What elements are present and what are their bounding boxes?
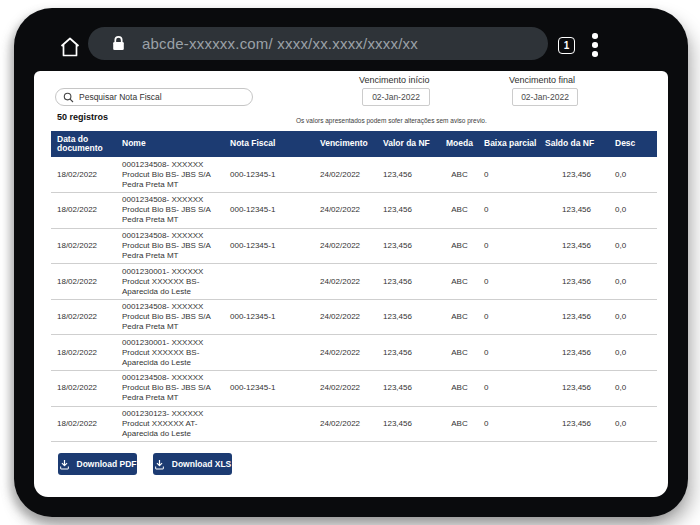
table-row: 18/02/20220001234508- XXXXXX Prodcut Bio… (51, 228, 657, 264)
date-start-value: 02-Jan-2022 (372, 92, 420, 102)
cell-data-documento: 18/02/2022 (51, 299, 122, 335)
cell-moeda: ABC (437, 371, 482, 407)
cell-saldo-nf: 123,456 (545, 406, 600, 442)
cell-nota-fiscal (230, 406, 315, 442)
cell-valor-nf: 123,456 (382, 157, 437, 193)
date-start-input[interactable]: 02-Jan-2022 (362, 88, 430, 106)
download-pdf-label: Download PDF (77, 459, 137, 469)
col-nota-fiscal: Nota Fiscal (230, 131, 315, 157)
cell-data-documento: 18/02/2022 (51, 335, 122, 371)
download-icon (154, 459, 165, 470)
cell-baixa-parcial: 0 (482, 228, 545, 264)
download-pdf-button[interactable]: Download PDF (58, 453, 137, 475)
col-moeda: Moeda (437, 131, 482, 157)
home-icon (58, 35, 82, 59)
cell-baixa-parcial: 0 (482, 335, 545, 371)
cell-valor-nf: 123,456 (382, 193, 437, 229)
cell-vencimento: 24/02/2022 (315, 157, 382, 193)
cell-desc: 0,0 (600, 406, 657, 442)
url-bar[interactable]: abcde-xxxxxx.com/ xxxx/xx.xxxx/xxxx/xx (88, 27, 548, 60)
col-desc: Desc (600, 131, 657, 157)
cell-desc: 0,0 (600, 264, 657, 300)
table-row: 18/02/20220001230001- XXXXXX Prodcut XXX… (51, 335, 657, 371)
table-row: 18/02/20220001234508- XXXXXX Prodcut Bio… (51, 193, 657, 229)
cell-saldo-nf: 123,456 (545, 335, 600, 371)
cell-data-documento: 18/02/2022 (51, 193, 122, 229)
cell-saldo-nf: 123,456 (545, 299, 600, 335)
cell-nome: 0001234508- XXXXXX Prodcut Bio BS- JBS S… (122, 371, 230, 407)
cell-desc: 0,0 (600, 371, 657, 407)
url-text: abcde-xxxxxx.com/ xxxx/xx.xxxx/xxxx/xx (142, 35, 418, 52)
cell-data-documento: 18/02/2022 (51, 406, 122, 442)
cell-saldo-nf: 123,456 (545, 193, 600, 229)
cell-saldo-nf: 123,456 (545, 228, 600, 264)
cell-valor-nf: 123,456 (382, 264, 437, 300)
col-data-documento: Data do documento (51, 131, 122, 157)
cell-nome: 0001234508- XXXXXX Prodcut Bio BS- JBS S… (122, 299, 230, 335)
record-count: 50 registros (57, 112, 108, 122)
col-vencimento: Vencimento (315, 131, 382, 157)
search-input[interactable]: Pesquisar Nota Fiscal (55, 88, 253, 106)
invoice-table-container: Data do documento Nome Nota Fiscal Venci… (51, 131, 657, 442)
cell-desc: 0,0 (600, 193, 657, 229)
home-button[interactable] (58, 35, 82, 59)
tablet-frame: abcde-xxxxxx.com/ xxxx/xx.xxxx/xxxx/xx 1… (14, 8, 688, 517)
kebab-menu-icon (592, 42, 598, 48)
cell-nota-fiscal: 000-12345-1 (230, 371, 315, 407)
cell-moeda: ABC (437, 157, 482, 193)
cell-vencimento: 24/02/2022 (315, 335, 382, 371)
date-start-label: Vencimento início (359, 75, 430, 85)
date-end-value: 02-Jan-2022 (521, 92, 569, 102)
cell-data-documento: 18/02/2022 (51, 264, 122, 300)
cell-nota-fiscal: 000-12345-1 (230, 193, 315, 229)
table-row: 18/02/20220001234508- XXXXXX Prodcut Bio… (51, 371, 657, 407)
cell-nome: 0001234508- XXXXXX Prodcut Bio BS- JBS S… (122, 228, 230, 264)
table-row: 18/02/20220001230001- XXXXXX Prodcut XXX… (51, 264, 657, 300)
date-end-label: Vencimento final (509, 75, 575, 85)
cell-baixa-parcial: 0 (482, 157, 545, 193)
cell-nota-fiscal (230, 335, 315, 371)
cell-vencimento: 24/02/2022 (315, 228, 382, 264)
cell-desc: 0,0 (600, 228, 657, 264)
cell-valor-nf: 123,456 (382, 371, 437, 407)
cell-valor-nf: 123,456 (382, 299, 437, 335)
invoice-table: Data do documento Nome Nota Fiscal Venci… (51, 131, 657, 442)
col-valor-nf: Valor da NF (382, 131, 437, 157)
col-nome: Nome (122, 131, 230, 157)
cell-vencimento: 24/02/2022 (315, 371, 382, 407)
cell-saldo-nf: 123,456 (545, 157, 600, 193)
cell-baixa-parcial: 0 (482, 193, 545, 229)
cell-desc: 0,0 (600, 299, 657, 335)
download-xls-button[interactable]: Download XLS (153, 453, 232, 475)
cell-nota-fiscal (230, 264, 315, 300)
date-end-input[interactable]: 02-Jan-2022 (512, 88, 578, 106)
kebab-menu-icon (592, 51, 598, 57)
cell-moeda: ABC (437, 299, 482, 335)
tab-count-label: 1 (564, 40, 570, 51)
cell-saldo-nf: 123,456 (545, 264, 600, 300)
cell-nota-fiscal: 000-12345-1 (230, 228, 315, 264)
cell-data-documento: 18/02/2022 (51, 228, 122, 264)
kebab-menu-icon (592, 33, 598, 39)
cell-vencimento: 24/02/2022 (315, 193, 382, 229)
search-placeholder: Pesquisar Nota Fiscal (79, 92, 162, 102)
cell-vencimento: 24/02/2022 (315, 406, 382, 442)
cell-valor-nf: 123,456 (382, 228, 437, 264)
cell-data-documento: 18/02/2022 (51, 157, 122, 193)
download-xls-label: Download XLS (172, 459, 232, 469)
cell-baixa-parcial: 0 (482, 299, 545, 335)
table-row: 18/02/20220001234508- XXXXXX Prodcut Bio… (51, 299, 657, 335)
tab-counter[interactable]: 1 (558, 37, 575, 54)
search-icon (63, 92, 74, 103)
cell-moeda: ABC (437, 335, 482, 371)
cell-saldo-nf: 123,456 (545, 371, 600, 407)
browser-menu-button[interactable] (590, 33, 600, 63)
table-header: Data do documento Nome Nota Fiscal Venci… (51, 131, 657, 157)
cell-moeda: ABC (437, 193, 482, 229)
cell-nome: 0001230001- XXXXXX Prodcut XXXXXX BS- Ap… (122, 335, 230, 371)
col-saldo-nf: Saldo da NF (545, 131, 600, 157)
cell-vencimento: 24/02/2022 (315, 264, 382, 300)
cell-nome: 0001230123- XXXXXX Prodcut XXXXXX AT- Ap… (122, 406, 230, 442)
lock-icon (110, 35, 127, 52)
cell-desc: 0,0 (600, 157, 657, 193)
